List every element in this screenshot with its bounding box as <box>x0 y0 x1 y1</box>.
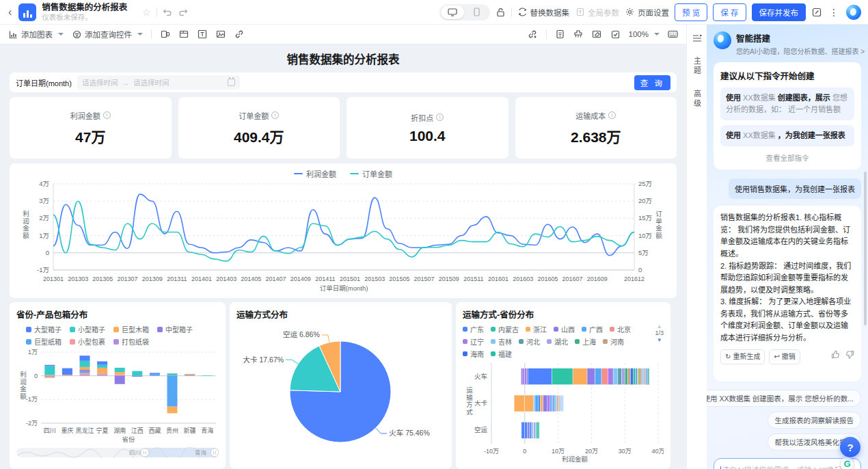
quick-command-chip[interactable]: 生成报表的洞察解读报告 <box>768 412 862 429</box>
pager-up-icon[interactable]: ▲ <box>657 323 662 330</box>
legend-item[interactable]: 北京 <box>610 324 631 334</box>
svg-text:空运 6.86%: 空运 6.86% <box>283 330 320 338</box>
ai-assistant-icon[interactable] <box>846 5 861 20</box>
thumbs-down-icon[interactable] <box>845 350 854 363</box>
save-button[interactable]: 保 存 <box>713 3 746 21</box>
legend-item[interactable]: 巨型纸箱 <box>26 336 62 347</box>
doc-subtitle: 仪表板未保存。 <box>42 13 127 21</box>
keyboard-icon[interactable] <box>668 29 678 40</box>
datazoom-slider[interactable]: 四川青海 <box>16 447 219 458</box>
query-button[interactable]: 查 询 <box>634 75 670 90</box>
desktop-icon[interactable] <box>441 5 464 19</box>
transport-province-card[interactable]: 运输方式-省份分布 广东内蒙古浙江山西广西北京辽宁吉林河北湖北上海河南海南福建 … <box>456 302 670 469</box>
page-settings-button[interactable]: 页面设置 <box>625 7 669 18</box>
star-icon[interactable]: ☆ <box>142 7 151 18</box>
eraser-icon[interactable] <box>592 29 602 40</box>
legend-item[interactable]: 内蒙古 <box>491 324 519 334</box>
legend-pager[interactable]: ▲ 1/3 ▼ <box>655 321 664 343</box>
svg-text:201603: 201603 <box>513 276 533 282</box>
tab-icon[interactable] <box>178 29 189 40</box>
view-all-commands-link[interactable]: 查看全部指令 <box>720 151 854 163</box>
info-icon: i <box>608 111 616 119</box>
svg-text:江西: 江西 <box>131 427 144 434</box>
legend-item[interactable]: 河南 <box>603 336 624 347</box>
undo-arrow-icon: ↩ <box>774 351 779 362</box>
ai-panel-subtitle[interactable]: 您的AI小助理，陪您分析数据、搭建报表 > <box>736 46 865 56</box>
svg-text:201303: 201303 <box>68 276 88 282</box>
ai-assistant-panel: 智能搭建 您的AI小助理，陪您分析数据、搭建报表 > × 建议从以下指令开始创建… <box>707 25 868 469</box>
pager-down-icon[interactable]: ▼ <box>657 337 662 343</box>
legend-item[interactable]: 巨型木箱 <box>113 324 149 334</box>
quick-command-chip[interactable]: 使用 XX数据集 创建图表，展示 您想分析的数... <box>707 390 861 407</box>
legend-item[interactable]: 打包纸袋 <box>113 336 149 347</box>
component-group-icon[interactable] <box>160 29 170 40</box>
more-menu-icon[interactable]: ⋮ <box>827 7 841 18</box>
preview-button[interactable]: 预 览 <box>675 3 707 21</box>
chart-title: 省份-产品包箱分布 <box>16 308 219 321</box>
legend-item[interactable]: 小型箱子 <box>70 324 105 334</box>
kpi-card-profit[interactable]: 利润金额i 47万 <box>10 97 172 159</box>
image-icon[interactable] <box>215 29 226 40</box>
mobile-icon[interactable] <box>465 5 489 19</box>
clean-canvas-icon[interactable] <box>573 29 584 40</box>
gear-icon <box>625 7 635 17</box>
link-settings-icon[interactable] <box>528 29 538 40</box>
advanced-tab[interactable]: 高级 <box>692 90 703 109</box>
batch-icon[interactable] <box>555 29 565 40</box>
legend-item[interactable]: 山西 <box>554 324 575 334</box>
ai-input-box[interactable]: 请向AI描述您的需求，或输入"/"唤起快捷指令 G <box>714 458 861 469</box>
svg-text:25万: 25万 <box>638 180 652 187</box>
text-icon[interactable] <box>197 29 207 40</box>
back-chevron-icon[interactable]: ‹ <box>7 6 13 18</box>
legend-item[interactable]: 福建 <box>491 349 512 359</box>
trend-chart-card[interactable]: 利润金额订单金额 4万25万3万20万2万15万1万10万05万-1万02013… <box>10 163 677 298</box>
svg-text:-1万: -1万 <box>37 266 49 273</box>
legend-item[interactable]: 海南 <box>463 349 484 359</box>
legend-item[interactable]: 上海 <box>575 336 596 347</box>
legend-item[interactable]: 利润金额 <box>294 168 336 179</box>
kpi-card-order[interactable]: 订单金额i 409.4万 <box>178 97 340 159</box>
legend-item[interactable]: 河北 <box>519 336 540 347</box>
theme-tab[interactable]: 主题 <box>692 57 703 76</box>
suggestion-chip[interactable]: 使用 XX数据集 ，为我创建一张报表 <box>720 125 854 146</box>
transport-pie-card[interactable]: 运输方式分布 火车 75.46%大卡 17.67%空运 6.86% <box>230 302 452 469</box>
regenerate-button[interactable]: ↻重新生成 <box>720 349 765 364</box>
add-query-control-button[interactable]: 添加查询控件 <box>72 29 143 40</box>
suggestion-card: 建议从以下指令开始创建 使用 XX数据集 创建图表，展示 您想分析的数据，如： … <box>714 62 861 170</box>
undo-icon[interactable] <box>163 7 173 17</box>
legend-item[interactable]: 中型箱子 <box>157 324 193 334</box>
save-publish-button[interactable]: 保存并发布 <box>752 3 806 21</box>
global-params-button[interactable]: 全局参数 <box>575 7 619 18</box>
redo-icon[interactable] <box>178 7 189 17</box>
suggestion-chip[interactable]: 使用 XX数据集 创建图表，展示 您想分析的数据，如： 近一个月销售额 <box>720 88 854 120</box>
help-button[interactable]: ? <box>840 437 860 457</box>
link-icon[interactable] <box>234 29 244 40</box>
legend-item[interactable]: 小型包裹 <box>70 336 105 347</box>
undo-reply-button[interactable]: ↩撤销 <box>769 349 800 364</box>
lock-icon[interactable] <box>496 7 506 17</box>
svg-text:宁夏: 宁夏 <box>96 427 109 434</box>
legend-item[interactable]: 订单金额 <box>350 168 392 179</box>
legend-item[interactable]: 浙江 <box>526 324 547 334</box>
province-box-chart-card[interactable]: 省份-产品包箱分布 大型箱子小型箱子巨型木箱中型箱子巨型纸箱小型包裹打包纸袋 1… <box>10 302 226 469</box>
device-toggle[interactable] <box>439 4 490 21</box>
add-chart-button[interactable]: 添加图表 <box>8 29 64 40</box>
kpi-card-shipping[interactable]: 运输成本i 2.638万 <box>515 97 677 159</box>
date-range-input[interactable]: 请选择时间 → 请选择时间 <box>77 75 240 90</box>
checkbox-icon[interactable] <box>610 29 621 40</box>
legend-item[interactable]: 吉林 <box>491 336 512 347</box>
legend-item[interactable]: 辽宁 <box>463 336 484 347</box>
legend-item[interactable]: 湖北 <box>547 336 568 347</box>
panel-scrollbar[interactable] <box>864 172 867 325</box>
legend-item[interactable]: 广东 <box>463 324 484 334</box>
legend-item[interactable]: 大型箱子 <box>26 324 62 334</box>
zoom-select[interactable]: 100% <box>629 30 660 38</box>
kpi-card-discount[interactable]: 折扣点i 100.4 <box>347 97 508 159</box>
user-message-bubble: 使用销售数据集，为我创建一张报表 <box>729 178 861 199</box>
legend-item[interactable]: 广西 <box>582 324 603 334</box>
grammar-badge-icon[interactable]: G <box>840 457 854 469</box>
layer-list-icon[interactable] <box>692 33 702 43</box>
replace-dataset-button[interactable]: 替换数据集 <box>517 7 570 18</box>
thumbs-up-icon[interactable] <box>831 350 840 363</box>
edit-icon[interactable] <box>811 7 822 17</box>
